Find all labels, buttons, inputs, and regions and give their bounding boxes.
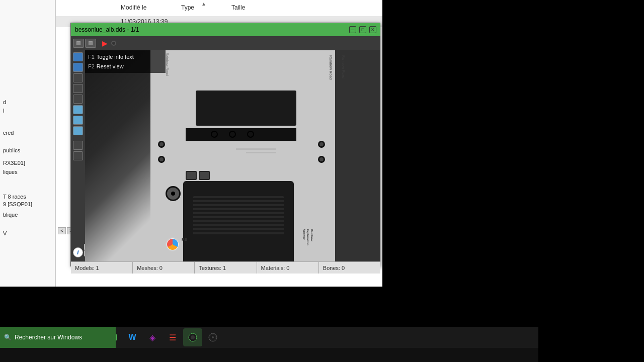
- side-circle-4: [318, 156, 325, 163]
- toolbar-play-btn[interactable]: ▶: [100, 39, 109, 48]
- info-overlay: F1 Toggle info text F2 Reset view: [85, 50, 166, 73]
- app2-btn[interactable]: [203, 328, 222, 346]
- sign-left: Rainbow Road: [166, 53, 169, 76]
- re-logo: RE: [166, 237, 180, 251]
- nav-lightblue-btn[interactable]: [73, 105, 83, 114]
- viewer-title: bessonlue_alb.dds - 1/1: [75, 26, 139, 33]
- sidebar: d l cred publics RX3E01] liques T 8 race…: [0, 0, 55, 287]
- bones-section: Bones: 0: [319, 262, 380, 274]
- sidebar-item-publics[interactable]: publics: [0, 146, 55, 155]
- search-text: Rechercher sur Windows: [15, 334, 82, 341]
- road-mark-1: [236, 148, 276, 150]
- texture-display: Rainbow Road Rainbow Road Rainbow Road R…: [85, 50, 380, 261]
- viewer-bottombar: Models: 1 Meshes: 0 Textures: 1 Material…: [71, 261, 380, 274]
- windows-search-bar[interactable]: 🔍 Rechercher sur Windows: [0, 327, 116, 348]
- vs-btn[interactable]: ◈: [143, 328, 162, 346]
- toolbar-dot: [111, 41, 116, 46]
- viewer-window-controls: ─ □ ✕: [349, 26, 376, 33]
- sidebar-item-cred[interactable]: cred: [0, 128, 55, 137]
- sidebar-item-liques[interactable]: liques: [0, 167, 55, 176]
- maximize-button[interactable]: □: [359, 26, 366, 33]
- sort-arrow-icon: ▲: [201, 0, 206, 7]
- fm-col-type[interactable]: Type: [181, 4, 231, 11]
- bottom-area: [0, 348, 538, 362]
- nav-lightblue-btn-2[interactable]: [73, 116, 83, 125]
- nav-gray-btn-3[interactable]: [73, 95, 83, 104]
- info-row-1: F1 Toggle info text: [88, 52, 163, 62]
- circle-target-left: [166, 186, 181, 201]
- svg-point-6: [191, 335, 195, 339]
- sidebar-item-ssqp01[interactable]: 9 [SSQP01]: [0, 200, 55, 209]
- texture-dots: [211, 131, 254, 138]
- info-row-2: F2 Reset view: [88, 62, 163, 71]
- textures-section: Textures: 1: [195, 262, 257, 274]
- models-label: Models: 1: [75, 265, 99, 271]
- black-right-area: [538, 0, 644, 362]
- viewer-canvas: Rainbow Road Rainbow Road Rainbow Road R…: [85, 50, 380, 261]
- nav-left-btn[interactable]: <: [58, 227, 66, 234]
- viewer-toolbar: ▶: [71, 36, 380, 50]
- f2-action: Reset view: [97, 62, 124, 71]
- sidebar-item-v[interactable]: V: [0, 229, 55, 238]
- f1-key: F1: [88, 52, 95, 62]
- f1-action: Toggle info text: [97, 52, 134, 62]
- word-btn[interactable]: W: [123, 328, 142, 346]
- toolbar-btn-2[interactable]: [85, 39, 96, 48]
- meshes-label: Meshes: 0: [137, 265, 163, 271]
- close-button[interactable]: ✕: [369, 26, 376, 33]
- toolbar-btn-1[interactable]: [73, 39, 84, 48]
- textures-label: Textures: 1: [199, 265, 226, 271]
- side-circle-2: [158, 156, 165, 163]
- nav-blue-btn-2[interactable]: [73, 63, 83, 72]
- sidebar-item-rx3e01[interactable]: RX3E01]: [0, 158, 55, 167]
- fm-col-modif[interactable]: Modifié le: [121, 4, 181, 11]
- models-section: Models: 1: [71, 262, 133, 274]
- db-btn[interactable]: ☰: [163, 328, 182, 346]
- sidebar-item-d[interactable]: d: [0, 98, 55, 107]
- nav-gray-btn-1[interactable]: [73, 73, 83, 82]
- app1-btn[interactable]: [183, 328, 202, 346]
- sidebar-divider: [55, 0, 56, 287]
- nav-blue-btn[interactable]: [73, 52, 83, 61]
- info-icon-btn[interactable]: i: [73, 247, 83, 257]
- viewer-window: bessonlue_alb.dds - 1/1 ─ □ ✕ ▶: [70, 23, 380, 266]
- viewer-nav-panel: i ▲ ▼: [71, 50, 85, 261]
- nav-gray-btn-5[interactable]: [73, 151, 83, 160]
- road-mark-2: [246, 152, 276, 153]
- materials-label: Materials: 0: [261, 265, 290, 271]
- nav-gray-btn-2[interactable]: [73, 84, 83, 93]
- sign-rainbow-road-1: Rainbow Road: [329, 55, 333, 80]
- texture-buttons: [186, 171, 210, 180]
- bones-label: Bones: 0: [323, 265, 345, 271]
- nav-lightblue-btn-3[interactable]: [73, 126, 83, 135]
- sign-rainbow-road-2: Rainbow Road: [342, 55, 345, 78]
- nav-gray-btn-4[interactable]: [73, 141, 83, 150]
- search-icon-win: 🔍: [4, 334, 12, 341]
- sidebar-item-l[interactable]: l: [0, 106, 55, 115]
- bottom-right-agency: Rainbow Exploration Agency: [302, 229, 330, 256]
- side-circle-3: [318, 141, 325, 148]
- meshes-section: Meshes: 0: [133, 262, 195, 274]
- fm-col-taille[interactable]: Taille: [231, 4, 282, 11]
- viewer-titlebar: bessonlue_alb.dds - 1/1 ─ □ ✕: [71, 23, 380, 36]
- f2-key: F2: [88, 62, 95, 71]
- side-circle-1: [158, 141, 165, 148]
- svg-point-9: [212, 336, 214, 338]
- minimize-button[interactable]: ─: [349, 26, 356, 33]
- materials-section: Materials: 0: [257, 262, 319, 274]
- sidebar-item-blique[interactable]: blique: [0, 210, 55, 219]
